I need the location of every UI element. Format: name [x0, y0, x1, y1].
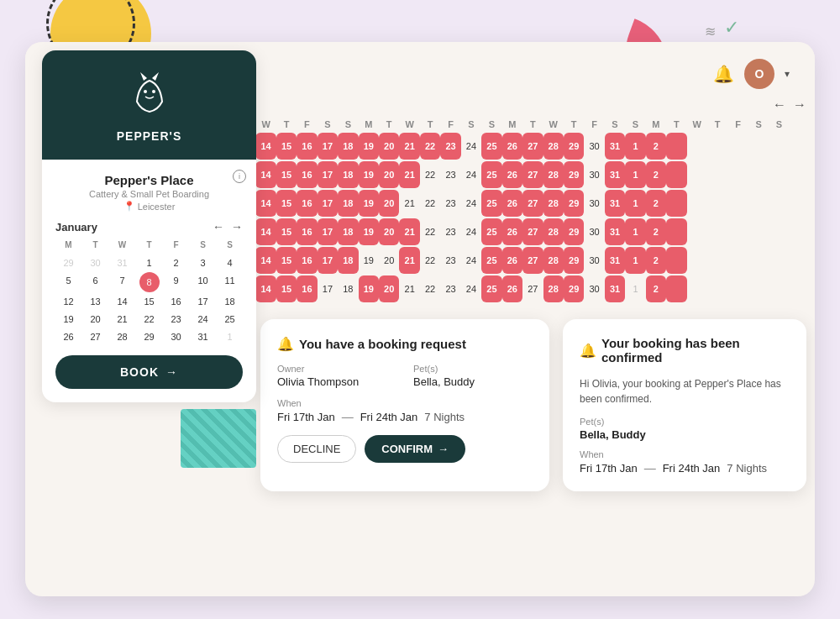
cal-cell[interactable]: 16 — [297, 190, 317, 217]
mini-cal-cell[interactable]: 1 — [217, 328, 243, 345]
cal-cell[interactable]: 19 — [359, 275, 379, 302]
cal-cell[interactable]: 19 — [359, 161, 379, 188]
cal-cell[interactable]: 25 — [481, 190, 501, 217]
cal-cell[interactable]: 19 — [359, 190, 379, 217]
cal-cell[interactable]: 22 — [420, 275, 440, 302]
mini-cal-cell[interactable]: 16 — [163, 293, 189, 310]
cal-cell[interactable]: 21 — [399, 275, 419, 302]
cal-cell[interactable]: 27 — [522, 275, 543, 302]
cal-cell[interactable]: 21 — [399, 161, 419, 188]
cal-cell[interactable]: 22 — [420, 247, 440, 274]
mini-cal-cell[interactable]: 17 — [190, 293, 216, 310]
cal-cell[interactable]: 22 — [420, 218, 440, 245]
cal-cell[interactable] — [748, 161, 769, 188]
cal-cell[interactable]: 15 — [276, 190, 297, 217]
cal-cell[interactable]: 18 — [338, 218, 358, 245]
cal-cell[interactable] — [769, 247, 789, 274]
cal-cell[interactable] — [666, 190, 686, 217]
cal-cell[interactable]: 15 — [276, 161, 297, 188]
cal-cell[interactable]: 24 — [461, 218, 481, 245]
cal-cell[interactable] — [707, 190, 727, 217]
cal-cell[interactable]: 28 — [543, 218, 564, 245]
bell-icon[interactable]: 🔔 — [713, 64, 734, 84]
cal-cell[interactable]: 18 — [338, 247, 358, 274]
cal-cell[interactable]: 31 — [605, 161, 625, 188]
cal-cell[interactable] — [707, 247, 727, 274]
cal-prev-arrow[interactable]: ← — [773, 97, 786, 113]
cal-cell[interactable] — [687, 161, 707, 188]
cal-cell[interactable] — [769, 161, 789, 188]
mini-cal-cell[interactable]: 23 — [163, 311, 189, 328]
cal-cell[interactable] — [727, 161, 748, 188]
mini-cal-cell[interactable]: 21 — [109, 311, 135, 328]
cal-cell[interactable]: 29 — [564, 247, 584, 274]
mini-cal-cell[interactable]: 6 — [82, 272, 108, 292]
cal-cell[interactable]: 2 — [646, 218, 666, 245]
cal-cell[interactable]: 22 — [420, 190, 440, 217]
cal-cell[interactable]: 23 — [440, 190, 460, 217]
cal-cell[interactable] — [687, 247, 707, 274]
mini-cal-next[interactable]: → — [231, 220, 243, 233]
cal-cell[interactable]: 31 — [605, 247, 625, 274]
cal-cell[interactable]: 29 — [564, 218, 584, 245]
mini-cal-cell[interactable]: 14 — [109, 293, 135, 310]
cal-cell[interactable]: 15 — [276, 218, 297, 245]
mini-cal-cell[interactable]: 20 — [82, 311, 108, 328]
cal-next-arrow[interactable]: → — [793, 97, 806, 113]
mini-cal-cell[interactable]: 9 — [163, 272, 189, 292]
cal-cell[interactable]: 20 — [379, 161, 399, 188]
cal-cell[interactable]: 1 — [625, 275, 645, 302]
cal-cell[interactable]: 31 — [605, 218, 625, 245]
mini-cal-cell[interactable]: 2 — [163, 254, 189, 271]
mini-cal-cell[interactable]: 11 — [217, 272, 243, 292]
cal-cell[interactable]: 19 — [359, 218, 379, 245]
cal-cell[interactable] — [707, 218, 727, 245]
mini-cal-cell[interactable]: 18 — [217, 293, 243, 310]
cal-cell[interactable]: 27 — [522, 133, 543, 160]
book-button[interactable]: BOOK → — [55, 355, 243, 389]
cal-cell[interactable]: 31 — [605, 275, 625, 302]
cal-cell[interactable] — [666, 275, 686, 302]
cal-cell[interactable] — [687, 133, 707, 160]
cal-cell[interactable]: 29 — [564, 190, 584, 217]
cal-cell[interactable] — [666, 133, 686, 160]
cal-cell[interactable]: 21 — [399, 133, 419, 160]
mini-cal-cell[interactable]: 5 — [55, 272, 81, 292]
cal-cell[interactable]: 17 — [318, 190, 338, 217]
cal-cell[interactable]: 30 — [584, 247, 604, 274]
mini-cal-cell[interactable]: 30 — [82, 254, 108, 271]
cal-cell[interactable]: 24 — [461, 247, 481, 274]
cal-cell[interactable] — [687, 275, 707, 302]
cal-cell[interactable]: 21 — [399, 218, 419, 245]
cal-cell[interactable]: 14 — [255, 218, 276, 245]
cal-cell[interactable]: 22 — [420, 133, 440, 160]
cal-cell[interactable]: 25 — [481, 133, 501, 160]
cal-cell[interactable]: 29 — [564, 275, 584, 302]
cal-cell[interactable]: 15 — [276, 275, 297, 302]
cal-cell[interactable]: 20 — [379, 133, 399, 160]
cal-cell[interactable]: 2 — [646, 190, 666, 217]
cal-cell[interactable]: 27 — [522, 218, 543, 245]
cal-cell[interactable]: 26 — [502, 247, 522, 274]
cal-cell[interactable]: 2 — [646, 133, 666, 160]
cal-cell[interactable]: 1 — [625, 190, 645, 217]
cal-cell[interactable]: 25 — [481, 275, 501, 302]
cal-cell[interactable]: 31 — [605, 133, 625, 160]
mini-cal-cell[interactable]: 24 — [190, 311, 216, 328]
cal-cell[interactable]: 17 — [318, 218, 338, 245]
cal-cell[interactable]: 18 — [338, 133, 358, 160]
cal-cell[interactable]: 14 — [255, 247, 276, 274]
cal-cell[interactable] — [727, 247, 748, 274]
cal-cell[interactable]: 21 — [399, 247, 419, 274]
cal-cell[interactable]: 16 — [297, 275, 317, 302]
cal-cell[interactable]: 14 — [255, 275, 276, 302]
mini-cal-cell[interactable]: 27 — [82, 328, 108, 345]
cal-cell[interactable]: 30 — [584, 190, 604, 217]
cal-cell[interactable] — [666, 247, 686, 274]
cal-cell[interactable]: 18 — [338, 190, 358, 217]
cal-cell[interactable]: 17 — [318, 133, 338, 160]
cal-cell[interactable]: 19 — [359, 247, 379, 274]
cal-cell[interactable]: 1 — [625, 161, 645, 188]
mini-cal-cell[interactable]: 19 — [55, 311, 81, 328]
cal-cell[interactable]: 16 — [297, 218, 317, 245]
